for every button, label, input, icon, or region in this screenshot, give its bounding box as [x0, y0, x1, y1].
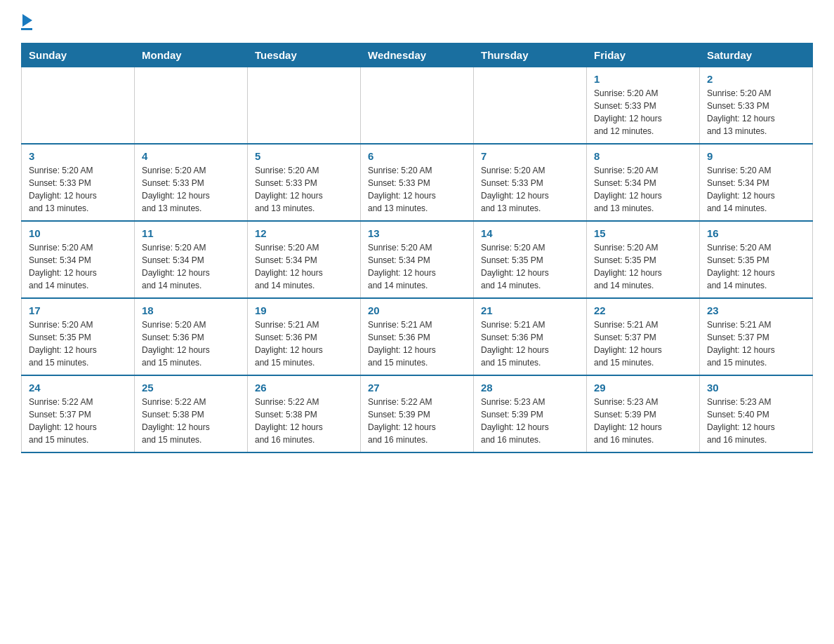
day-number: 3 [29, 150, 127, 162]
day-number: 18 [142, 304, 240, 316]
calendar-cell: 11Sunrise: 5:20 AMSunset: 5:34 PMDayligh… [135, 221, 248, 298]
calendar-cell: 4Sunrise: 5:20 AMSunset: 5:33 PMDaylight… [135, 144, 248, 221]
day-info: Sunrise: 5:21 AMSunset: 5:37 PMDaylight:… [594, 318, 692, 369]
calendar-cell: 15Sunrise: 5:20 AMSunset: 5:35 PMDayligh… [587, 221, 700, 298]
day-number: 26 [255, 382, 353, 394]
weekday-header-monday: Monday [135, 43, 248, 67]
calendar-cell: 20Sunrise: 5:21 AMSunset: 5:36 PMDayligh… [361, 298, 474, 375]
calendar-cell [474, 67, 587, 145]
day-number: 28 [481, 382, 579, 394]
day-info: Sunrise: 5:22 AMSunset: 5:38 PMDaylight:… [142, 396, 240, 446]
calendar-cell: 7Sunrise: 5:20 AMSunset: 5:33 PMDaylight… [474, 144, 587, 221]
day-info: Sunrise: 5:20 AMSunset: 5:33 PMDaylight:… [707, 87, 805, 137]
day-number: 30 [707, 382, 805, 394]
calendar-cell [22, 67, 135, 145]
calendar-cell: 21Sunrise: 5:21 AMSunset: 5:36 PMDayligh… [474, 298, 587, 375]
calendar-table: SundayMondayTuesdayWednesdayThursdayFrid… [21, 43, 813, 453]
day-number: 13 [368, 227, 466, 239]
day-info: Sunrise: 5:20 AMSunset: 5:33 PMDaylight:… [594, 87, 692, 137]
day-info: Sunrise: 5:20 AMSunset: 5:36 PMDaylight:… [142, 318, 240, 369]
day-info: Sunrise: 5:21 AMSunset: 5:36 PMDaylight:… [481, 318, 579, 369]
day-info: Sunrise: 5:20 AMSunset: 5:33 PMDaylight:… [368, 164, 466, 215]
day-info: Sunrise: 5:22 AMSunset: 5:39 PMDaylight:… [368, 396, 466, 446]
day-info: Sunrise: 5:20 AMSunset: 5:34 PMDaylight:… [707, 164, 805, 215]
calendar-cell: 3Sunrise: 5:20 AMSunset: 5:33 PMDaylight… [22, 144, 135, 221]
day-info: Sunrise: 5:20 AMSunset: 5:34 PMDaylight:… [255, 241, 353, 292]
day-number: 2 [707, 73, 805, 85]
day-number: 10 [29, 227, 127, 239]
calendar-row-4: 17Sunrise: 5:20 AMSunset: 5:35 PMDayligh… [22, 298, 813, 375]
day-number: 22 [594, 304, 692, 316]
calendar-cell: 26Sunrise: 5:22 AMSunset: 5:38 PMDayligh… [248, 375, 361, 452]
calendar-cell: 13Sunrise: 5:20 AMSunset: 5:34 PMDayligh… [361, 221, 474, 298]
day-info: Sunrise: 5:20 AMSunset: 5:34 PMDaylight:… [142, 241, 240, 292]
calendar-cell: 23Sunrise: 5:21 AMSunset: 5:37 PMDayligh… [700, 298, 813, 375]
calendar-cell: 25Sunrise: 5:22 AMSunset: 5:38 PMDayligh… [135, 375, 248, 452]
day-number: 29 [594, 382, 692, 394]
day-number: 6 [368, 150, 466, 162]
day-info: Sunrise: 5:22 AMSunset: 5:38 PMDaylight:… [255, 396, 353, 446]
day-number: 17 [29, 304, 127, 316]
day-number: 9 [707, 150, 805, 162]
calendar-cell: 1Sunrise: 5:20 AMSunset: 5:33 PMDaylight… [587, 67, 700, 145]
day-info: Sunrise: 5:21 AMSunset: 5:36 PMDaylight:… [368, 318, 466, 369]
day-info: Sunrise: 5:20 AMSunset: 5:35 PMDaylight:… [594, 241, 692, 292]
calendar-cell: 24Sunrise: 5:22 AMSunset: 5:37 PMDayligh… [22, 375, 135, 452]
day-number: 23 [707, 304, 805, 316]
calendar-cell: 18Sunrise: 5:20 AMSunset: 5:36 PMDayligh… [135, 298, 248, 375]
calendar-cell: 10Sunrise: 5:20 AMSunset: 5:34 PMDayligh… [22, 221, 135, 298]
day-number: 1 [594, 73, 692, 85]
day-number: 16 [707, 227, 805, 239]
calendar-cell: 16Sunrise: 5:20 AMSunset: 5:35 PMDayligh… [700, 221, 813, 298]
weekday-header-saturday: Saturday [700, 43, 813, 67]
day-info: Sunrise: 5:20 AMSunset: 5:34 PMDaylight:… [29, 241, 127, 292]
day-info: Sunrise: 5:20 AMSunset: 5:33 PMDaylight:… [255, 164, 353, 215]
calendar-cell: 5Sunrise: 5:20 AMSunset: 5:33 PMDaylight… [248, 144, 361, 221]
day-number: 7 [481, 150, 579, 162]
logo [21, 14, 32, 30]
day-number: 4 [142, 150, 240, 162]
header [21, 14, 813, 30]
day-info: Sunrise: 5:20 AMSunset: 5:33 PMDaylight:… [481, 164, 579, 215]
day-info: Sunrise: 5:21 AMSunset: 5:36 PMDaylight:… [255, 318, 353, 369]
day-number: 27 [368, 382, 466, 394]
day-info: Sunrise: 5:23 AMSunset: 5:40 PMDaylight:… [707, 396, 805, 446]
day-number: 11 [142, 227, 240, 239]
calendar-cell: 22Sunrise: 5:21 AMSunset: 5:37 PMDayligh… [587, 298, 700, 375]
day-info: Sunrise: 5:20 AMSunset: 5:35 PMDaylight:… [29, 318, 127, 369]
weekday-header-row: SundayMondayTuesdayWednesdayThursdayFrid… [22, 43, 813, 67]
logo-arrow-icon [22, 14, 32, 27]
weekday-header-sunday: Sunday [22, 43, 135, 67]
day-info: Sunrise: 5:22 AMSunset: 5:37 PMDaylight:… [29, 396, 127, 446]
day-number: 24 [29, 382, 127, 394]
calendar-cell: 29Sunrise: 5:23 AMSunset: 5:39 PMDayligh… [587, 375, 700, 452]
calendar-cell: 8Sunrise: 5:20 AMSunset: 5:34 PMDaylight… [587, 144, 700, 221]
calendar-cell: 19Sunrise: 5:21 AMSunset: 5:36 PMDayligh… [248, 298, 361, 375]
calendar-cell: 14Sunrise: 5:20 AMSunset: 5:35 PMDayligh… [474, 221, 587, 298]
calendar-cell [361, 67, 474, 145]
calendar-row-3: 10Sunrise: 5:20 AMSunset: 5:34 PMDayligh… [22, 221, 813, 298]
day-number: 20 [368, 304, 466, 316]
calendar-cell: 17Sunrise: 5:20 AMSunset: 5:35 PMDayligh… [22, 298, 135, 375]
day-info: Sunrise: 5:20 AMSunset: 5:33 PMDaylight:… [142, 164, 240, 215]
calendar-cell: 2Sunrise: 5:20 AMSunset: 5:33 PMDaylight… [700, 67, 813, 145]
calendar-cell [135, 67, 248, 145]
calendar-cell: 6Sunrise: 5:20 AMSunset: 5:33 PMDaylight… [361, 144, 474, 221]
calendar-cell [248, 67, 361, 145]
weekday-header-thursday: Thursday [474, 43, 587, 67]
weekday-header-tuesday: Tuesday [248, 43, 361, 67]
day-info: Sunrise: 5:20 AMSunset: 5:35 PMDaylight:… [707, 241, 805, 292]
day-number: 14 [481, 227, 579, 239]
day-number: 8 [594, 150, 692, 162]
calendar-cell: 12Sunrise: 5:20 AMSunset: 5:34 PMDayligh… [248, 221, 361, 298]
calendar-cell: 9Sunrise: 5:20 AMSunset: 5:34 PMDaylight… [700, 144, 813, 221]
calendar-cell: 30Sunrise: 5:23 AMSunset: 5:40 PMDayligh… [700, 375, 813, 452]
day-number: 15 [594, 227, 692, 239]
day-number: 25 [142, 382, 240, 394]
weekday-header-friday: Friday [587, 43, 700, 67]
day-number: 5 [255, 150, 353, 162]
calendar-cell: 27Sunrise: 5:22 AMSunset: 5:39 PMDayligh… [361, 375, 474, 452]
day-info: Sunrise: 5:20 AMSunset: 5:34 PMDaylight:… [594, 164, 692, 215]
day-number: 12 [255, 227, 353, 239]
day-info: Sunrise: 5:20 AMSunset: 5:35 PMDaylight:… [481, 241, 579, 292]
